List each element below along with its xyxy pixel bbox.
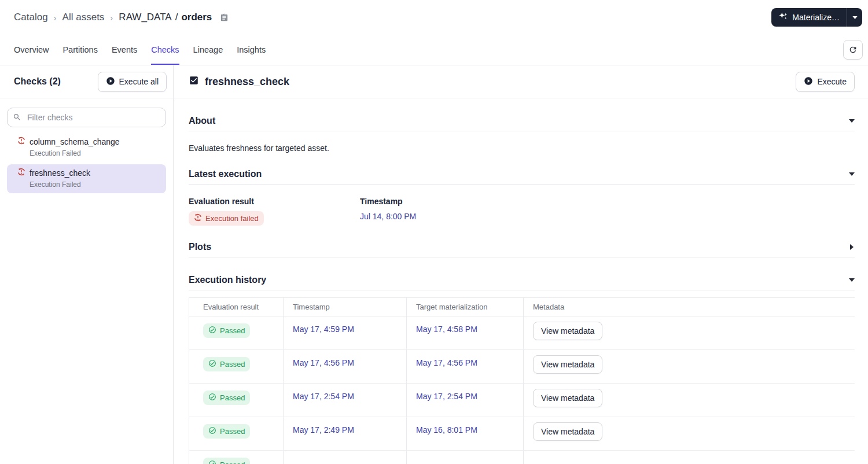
check-circle-icon xyxy=(208,393,216,403)
materialize-button-label: Materialize… xyxy=(792,13,840,22)
view-metadata-button[interactable]: View metadata xyxy=(533,422,602,441)
view-metadata-button[interactable]: View metadata xyxy=(533,355,602,374)
materialize-split-button: Materialize… xyxy=(771,8,862,27)
latest-execution-title: Latest execution xyxy=(189,169,262,179)
target-materialization-link[interactable]: May 17, 4:56 PM xyxy=(416,358,477,367)
checkbox-icon xyxy=(189,75,199,88)
history-header-row: Evaluation result Timestamp Target mater… xyxy=(189,298,855,316)
passed-badge: Passed xyxy=(203,424,250,439)
execution-failed-badge-label: Execution failed xyxy=(205,214,259,223)
view-metadata-button[interactable]: View metadata xyxy=(533,322,602,340)
passed-badge-label: Passed xyxy=(220,393,245,402)
execute-all-label: Execute all xyxy=(119,77,159,86)
passed-badge: Passed xyxy=(203,323,250,338)
asset-path-slash: / xyxy=(175,12,178,23)
content: Checks (2) Execute all column_sc xyxy=(0,65,868,464)
about-description: Evaluates freshness for targeted asset. xyxy=(189,143,855,153)
sparkle-icon xyxy=(778,12,788,23)
execution-timestamp-link[interactable]: May 17, 2:54 PM xyxy=(293,392,354,401)
column-header-target-materialization: Target materialization xyxy=(407,298,524,316)
materialize-dropdown-button[interactable] xyxy=(847,8,862,27)
tabs-group: OverviewPartitionsEventsChecksLineageIns… xyxy=(14,35,266,65)
checks-sidebar: Checks (2) Execute all column_sc xyxy=(0,65,174,464)
refresh-button[interactable] xyxy=(843,40,863,60)
check-circle-icon xyxy=(208,426,216,436)
plots-title: Plots xyxy=(189,242,211,252)
collapse-caret-icon[interactable] xyxy=(849,119,855,123)
execution-failed-icon xyxy=(194,213,202,223)
column-header-metadata: Metadata xyxy=(524,298,855,316)
tab-partitions[interactable]: Partitions xyxy=(62,35,97,65)
asset-name-label: orders xyxy=(181,12,212,23)
tab-checks[interactable]: Checks xyxy=(151,35,179,65)
target-materialization-link[interactable]: May 17, 2:54 PM xyxy=(416,392,477,401)
execution-failed-icon xyxy=(17,168,25,178)
tab-overview[interactable]: Overview xyxy=(14,35,49,65)
execution-failed-icon xyxy=(17,137,25,147)
check-detail-header: freshness_check Execute xyxy=(174,65,868,98)
column-header-evaluation-result: Evaluation result xyxy=(189,298,284,316)
about-section: About Evaluates freshness for targeted a… xyxy=(189,116,855,153)
table-row: Passed May 17, 4:59 PM May 17, 4:58 PM V… xyxy=(189,316,855,350)
breadcrumb: Catalog › All assets › RAW_DATA / orders xyxy=(14,12,229,23)
evaluation-result-label: Evaluation result xyxy=(189,197,360,206)
table-row: Passed xyxy=(189,451,855,464)
passed-badge-label: Passed xyxy=(220,360,245,369)
tab-events[interactable]: Events xyxy=(112,35,137,65)
execution-history-section: Execution history Evaluation result Time… xyxy=(189,275,855,464)
execute-button[interactable]: Execute xyxy=(796,72,855,92)
latest-execution-section: Latest execution Evaluation result Execu… xyxy=(189,169,855,226)
breadcrumb-all-assets[interactable]: All assets xyxy=(62,12,105,23)
copy-asset-name-icon[interactable] xyxy=(220,13,229,22)
collapse-caret-icon[interactable] xyxy=(849,278,855,282)
passed-badge-label: Passed xyxy=(220,427,245,436)
about-title: About xyxy=(189,116,215,126)
target-materialization-link[interactable]: May 17, 4:58 PM xyxy=(416,325,477,334)
refresh-icon xyxy=(848,45,858,54)
filter-wrap xyxy=(0,98,173,133)
check-item-freshness_check[interactable]: freshness_check Execution Failed xyxy=(7,164,166,193)
collapse-caret-icon[interactable] xyxy=(849,172,855,176)
execution-timestamp-link[interactable]: May 17, 2:49 PM xyxy=(293,425,354,434)
play-icon xyxy=(804,76,813,87)
sidebar-header: Checks (2) Execute all xyxy=(0,65,173,98)
passed-badge-label: Passed xyxy=(220,461,245,464)
execute-all-button[interactable]: Execute all xyxy=(98,72,167,92)
filter-checks-input[interactable] xyxy=(7,108,166,127)
view-metadata-button[interactable]: View metadata xyxy=(533,389,602,407)
target-materialization-link[interactable]: May 16, 8:01 PM xyxy=(416,425,477,434)
breadcrumb-catalog[interactable]: Catalog xyxy=(14,12,48,23)
execution-history-header[interactable]: Execution history xyxy=(189,275,855,290)
breadcrumb-separator: › xyxy=(54,13,57,23)
passed-badge: Passed xyxy=(203,458,250,464)
about-section-header[interactable]: About xyxy=(189,116,855,131)
plots-section: Plots xyxy=(189,242,855,257)
passed-badge-label: Passed xyxy=(220,326,245,335)
check-list: column_schema_change Execution Failed fr… xyxy=(0,133,173,193)
check-name: freshness_check xyxy=(30,168,90,178)
expand-caret-icon[interactable] xyxy=(849,245,855,249)
check-status: Execution Failed xyxy=(30,181,160,189)
latest-timestamp-link[interactable]: Jul 14, 8:00 PM xyxy=(360,212,416,221)
plots-section-header[interactable]: Plots xyxy=(189,242,855,257)
check-title: freshness_check xyxy=(205,76,289,88)
check-name: column_schema_change xyxy=(30,137,120,146)
tab-lineage[interactable]: Lineage xyxy=(193,35,223,65)
tab-insights[interactable]: Insights xyxy=(237,35,266,65)
passed-badge: Passed xyxy=(203,357,250,371)
timestamp-label: Timestamp xyxy=(360,197,855,206)
latest-execution-header[interactable]: Latest execution xyxy=(189,169,855,185)
breadcrumb-asset-path: RAW_DATA / orders xyxy=(119,12,212,23)
checks-count-title: Checks (2) xyxy=(14,76,61,87)
asset-group-label: RAW_DATA xyxy=(119,12,171,23)
table-row: Passed May 17, 2:54 PM May 17, 2:54 PM V… xyxy=(189,384,855,417)
check-item-column_schema_change[interactable]: column_schema_change Execution Failed xyxy=(7,133,166,162)
execution-timestamp-link[interactable]: May 17, 4:59 PM xyxy=(293,325,354,334)
top-bar: Catalog › All assets › RAW_DATA / orders… xyxy=(0,0,868,35)
materialize-button[interactable]: Materialize… xyxy=(771,8,847,27)
execution-history-table: Evaluation result Timestamp Target mater… xyxy=(189,297,855,464)
check-circle-icon xyxy=(208,359,216,369)
check-circle-icon xyxy=(208,326,216,336)
execution-timestamp-link[interactable]: May 17, 4:56 PM xyxy=(293,358,354,367)
table-row: Passed May 17, 2:49 PM May 16, 8:01 PM V… xyxy=(189,417,855,451)
